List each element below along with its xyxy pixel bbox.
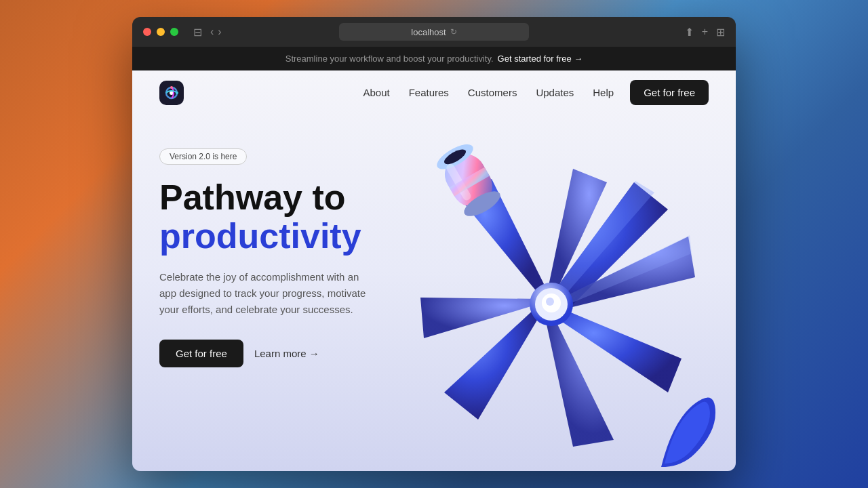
traffic-lights (143, 28, 178, 36)
nav-arrows: ‹ › (210, 26, 222, 38)
main-nav: About Features Customers Updates Help Ge… (132, 70, 736, 115)
reload-icon[interactable]: ↻ (450, 27, 457, 37)
nav-customers[interactable]: Customers (468, 87, 517, 98)
hero-description: Celebrate the joy of accomplishment with… (159, 269, 376, 318)
announcement-banner: Streamline your workflow and boost your … (132, 47, 736, 70)
browser-window: ⊟ ‹ › localhost ↻ ⬆ + ⊞ Streamline your … (132, 17, 736, 471)
svg-point-3 (170, 86, 173, 89)
logo[interactable] (159, 81, 184, 105)
hero-title: Pathway to productivity (159, 178, 376, 256)
hero-section: Version 2.0 is here Pathway to productiv… (132, 115, 736, 471)
nav-links: About Features Customers Updates Help (363, 87, 614, 98)
logo-icon (162, 83, 181, 102)
nav-help[interactable]: Help (593, 87, 614, 98)
hero-title-line1: Pathway to (159, 178, 346, 217)
maximize-button[interactable] (170, 28, 178, 36)
tabs-icon[interactable]: ⊞ (716, 26, 725, 39)
hero-illustration (376, 128, 715, 471)
new-tab-icon[interactable]: + (702, 26, 708, 38)
hero-learn-more-button[interactable]: Learn more → (254, 348, 319, 359)
nav-cta-button[interactable]: Get for free (630, 80, 709, 105)
nav-features[interactable]: Features (409, 87, 449, 98)
nav-about[interactable]: About (363, 87, 389, 98)
banner-text: Streamline your workflow and boost your … (285, 54, 494, 64)
banner-cta-link[interactable]: Get started for free → (498, 54, 583, 64)
forward-icon[interactable]: › (218, 26, 221, 38)
nav-updates[interactable]: Updates (536, 87, 574, 98)
pinwheel-svg (376, 128, 715, 471)
share-icon[interactable]: ⬆ (685, 26, 694, 39)
svg-point-4 (176, 92, 178, 94)
hero-title-line2: productivity (159, 216, 361, 256)
hero-actions: Get for free Learn more → (159, 340, 376, 367)
titlebar: ⊟ ‹ › localhost ↻ ⬆ + ⊞ (132, 17, 736, 47)
close-button[interactable] (143, 28, 151, 36)
hero-cta-button[interactable]: Get for free (159, 340, 243, 367)
version-badge: Version 2.0 is here (159, 148, 247, 165)
url-bar[interactable]: localhost ↻ (339, 23, 529, 41)
hero-content: Version 2.0 is here Pathway to productiv… (159, 128, 376, 367)
svg-point-8 (546, 298, 554, 306)
url-text: localhost (411, 27, 446, 37)
site-content: About Features Customers Updates Help Ge… (132, 70, 736, 471)
titlebar-controls-left: ⊟ ‹ › (143, 26, 222, 39)
sidebar-icon[interactable]: ⊟ (193, 26, 202, 39)
back-icon[interactable]: ‹ (210, 26, 214, 38)
titlebar-right: ⬆ + ⊞ (685, 26, 725, 39)
minimize-button[interactable] (157, 28, 165, 36)
